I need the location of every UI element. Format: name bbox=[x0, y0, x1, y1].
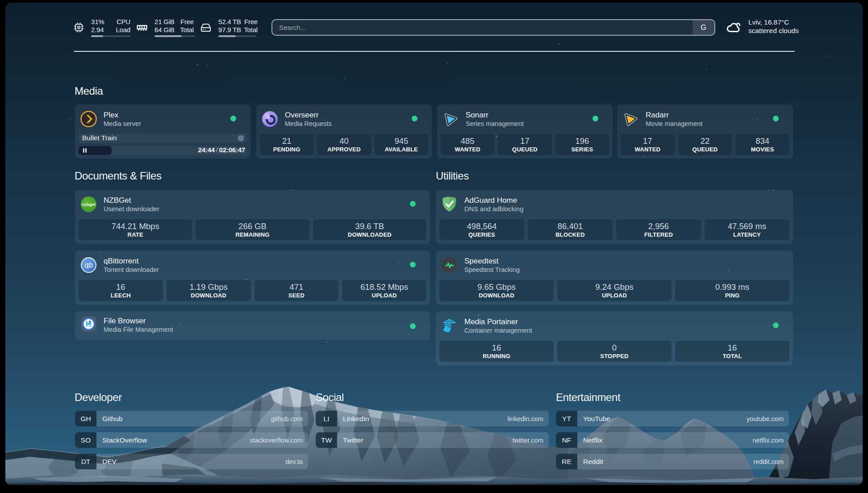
svg-text:nzbget: nzbget bbox=[82, 202, 96, 207]
svg-text:qb: qb bbox=[85, 261, 93, 269]
